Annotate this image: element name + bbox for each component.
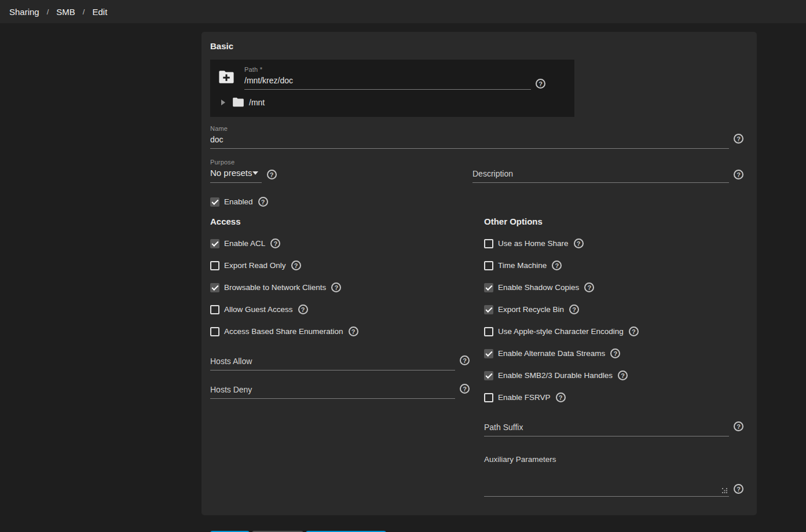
option-checkbox[interactable] <box>484 283 493 292</box>
breadcrumb-sharing[interactable]: Sharing <box>9 7 39 17</box>
option-checkbox[interactable] <box>210 283 219 292</box>
checkbox-row: Export Recycle Bin <box>484 304 743 314</box>
option-checkbox[interactable] <box>484 371 493 380</box>
edit-smb-form-card: Basic Path * <box>201 32 757 515</box>
hosts-allow-help-icon[interactable] <box>460 355 470 365</box>
option-checkbox[interactable] <box>484 349 493 358</box>
option-help-icon[interactable] <box>331 282 341 292</box>
chevron-down-icon <box>252 171 258 175</box>
option-checkbox-label: Time Machine <box>498 261 547 270</box>
option-checkbox-label: Export Read Only <box>224 261 286 270</box>
path-label: Path * <box>244 66 531 73</box>
option-checkbox-label: Browsable to Network Clients <box>224 283 326 292</box>
option-help-icon[interactable] <box>298 304 308 314</box>
checkbox-row: Browsable to Network Clients <box>210 282 470 292</box>
checkbox-row: Enable FSRVP <box>484 392 743 402</box>
option-checkbox[interactable] <box>484 393 493 402</box>
access-section-title: Access <box>210 217 470 226</box>
option-checkbox-label: Export Recycle Bin <box>498 305 564 314</box>
path-explorer-panel: Path * /mnt <box>210 60 574 117</box>
purpose-select[interactable]: No presets <box>210 166 262 183</box>
resize-grip-icon[interactable] <box>722 488 727 493</box>
option-help-icon[interactable] <box>618 370 628 380</box>
option-help-icon[interactable] <box>291 261 301 270</box>
auxiliary-parameters-help-icon[interactable] <box>734 484 743 494</box>
basic-section-title: Basic <box>210 41 743 51</box>
name-input[interactable] <box>210 132 729 149</box>
description-input[interactable] <box>472 166 729 183</box>
name-help-icon[interactable] <box>734 134 743 144</box>
enabled-checkbox-label: Enabled <box>224 197 253 206</box>
tree-node-mnt[interactable]: /mnt <box>218 97 566 107</box>
option-checkbox-label: Access Based Share Enumeration <box>224 327 343 336</box>
checkbox-row: Access Based Share Enumeration <box>210 326 470 336</box>
option-checkbox-label: Use Apple-style Character Encoding <box>498 327 624 336</box>
breadcrumb-smb[interactable]: SMB <box>56 7 75 17</box>
purpose-selected-value: No presets <box>210 168 252 178</box>
top-bar: Sharing / SMB / Edit <box>0 0 806 23</box>
checkbox-row: Enable SMB2/3 Durable Handles <box>484 370 743 380</box>
path-suffix-help-icon[interactable] <box>734 421 743 431</box>
path-input[interactable] <box>244 73 531 90</box>
folder-icon <box>232 97 244 107</box>
option-help-icon[interactable] <box>574 239 584 248</box>
option-checkbox-label: Allow Guest Access <box>224 305 293 314</box>
breadcrumb: Sharing / SMB / Edit <box>9 7 107 17</box>
option-checkbox-label: Enable SMB2/3 Durable Handles <box>498 371 613 380</box>
option-checkbox-label: Enable ACL <box>224 239 265 248</box>
option-help-icon[interactable] <box>552 261 562 270</box>
option-checkbox[interactable] <box>210 305 219 314</box>
checkbox-row: Use as Home Share <box>484 239 743 248</box>
option-help-icon[interactable] <box>629 326 639 336</box>
option-checkbox[interactable] <box>484 239 493 248</box>
breadcrumb-edit: Edit <box>92 7 107 17</box>
option-help-icon[interactable] <box>349 326 358 336</box>
checkbox-row: Enable ACL <box>210 239 470 248</box>
path-suffix-input[interactable] <box>484 420 729 436</box>
checkbox-row: Enable Alternate Data Streams <box>484 348 743 358</box>
option-checkbox[interactable] <box>210 261 219 270</box>
purpose-label: Purpose <box>210 159 262 166</box>
checkbox-row: Enable Shadow Copies <box>484 282 743 292</box>
option-checkbox[interactable] <box>484 305 493 314</box>
checkbox-row: Export Read Only <box>210 261 470 270</box>
tree-node-label: /mnt <box>249 98 265 107</box>
name-label: Name <box>210 125 743 132</box>
breadcrumb-separator: / <box>83 8 85 16</box>
option-checkbox-label: Enable Shadow Copies <box>498 283 579 292</box>
hosts-allow-input[interactable] <box>210 354 455 370</box>
hosts-deny-input[interactable] <box>210 382 455 399</box>
folder-plus-icon <box>218 70 235 86</box>
option-help-icon[interactable] <box>610 348 620 358</box>
enabled-checkbox[interactable] <box>210 197 219 207</box>
option-checkbox-label: Enable Alternate Data Streams <box>498 349 605 358</box>
option-help-icon[interactable] <box>556 392 566 402</box>
tree-expand-icon[interactable] <box>221 100 225 105</box>
path-help-icon[interactable] <box>536 79 545 89</box>
option-help-icon[interactable] <box>584 282 594 292</box>
option-checkbox[interactable] <box>484 261 493 270</box>
breadcrumb-separator: / <box>47 8 49 16</box>
option-checkbox[interactable] <box>210 327 219 336</box>
checkbox-row: Allow Guest Access <box>210 304 470 314</box>
other-options-section-title: Other Options <box>484 217 743 226</box>
auxiliary-parameters-label: Auxiliary Parameters <box>484 455 743 464</box>
hosts-deny-help-icon[interactable] <box>460 384 470 394</box>
auxiliary-parameters-textarea[interactable] <box>484 465 729 497</box>
access-checkbox-list: Enable ACL Export Read Only Browsable <box>210 239 470 336</box>
purpose-help-icon[interactable] <box>267 170 277 179</box>
option-help-icon[interactable] <box>569 304 579 314</box>
description-help-icon[interactable] <box>734 170 743 179</box>
option-checkbox-label: Enable FSRVP <box>498 393 551 402</box>
enabled-help-icon[interactable] <box>258 197 268 207</box>
option-checkbox[interactable] <box>210 239 219 248</box>
checkbox-row: Time Machine <box>484 261 743 270</box>
other-options-checkbox-list: Use as Home Share Time Machine Enable <box>484 239 743 402</box>
option-help-icon[interactable] <box>270 239 280 248</box>
option-checkbox-label: Use as Home Share <box>498 239 569 248</box>
checkbox-row: Use Apple-style Character Encoding <box>484 326 743 336</box>
option-checkbox[interactable] <box>484 327 493 336</box>
